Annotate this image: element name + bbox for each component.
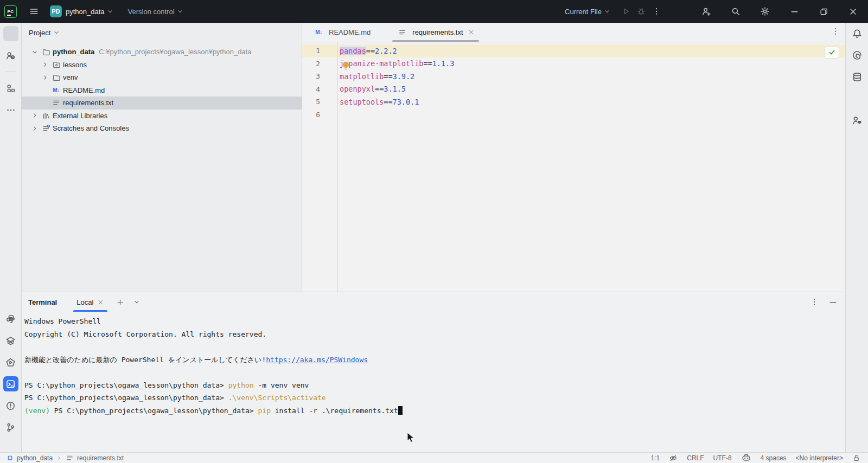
- copilot-chat-tool-button[interactable]: [852, 93, 863, 104]
- settings-button[interactable]: [757, 4, 773, 19]
- vcs-widget[interactable]: Version control: [128, 8, 184, 16]
- close-icon[interactable]: [97, 299, 104, 306]
- project-folder-tool-button[interactable]: [5, 28, 16, 39]
- indent-selector[interactable]: 4 spaces: [761, 454, 787, 462]
- debug-button[interactable]: [634, 4, 649, 19]
- terminal-text: PS C:\python_projects\ogawa_lesson\pytho…: [24, 381, 228, 389]
- terminal-options-button[interactable]: [810, 298, 819, 306]
- close-icon: [848, 7, 858, 16]
- tree-item-label: python_data: [53, 48, 94, 56]
- mouse-cursor: [407, 432, 415, 443]
- tab-label: requirements.txt: [412, 28, 463, 36]
- window-close-button[interactable]: [845, 4, 860, 19]
- folder-icon: [50, 73, 62, 82]
- chevron-right-icon[interactable]: [40, 74, 50, 81]
- tree-row-lessons[interactable]: lessons: [22, 59, 302, 72]
- operator: ==: [384, 98, 392, 106]
- strip-divider: [5, 72, 16, 72]
- project-widget[interactable]: python_data: [66, 8, 105, 16]
- close-icon[interactable]: [468, 29, 475, 36]
- ai-assistant-tool-button[interactable]: [852, 50, 863, 61]
- learn-tool-button[interactable]: ?: [5, 50, 16, 61]
- status-bar: python_data requirements.txt 1:1 CRLF UT…: [0, 452, 868, 463]
- more-tool-button[interactable]: [5, 105, 16, 115]
- caret-position[interactable]: 1:1: [651, 454, 660, 462]
- terminal-line-4: 新機能と改善のために最新の PowerShell をインストールしてください!h…: [24, 353, 845, 366]
- right-tool-strip: [845, 23, 868, 452]
- notifications-tool-button[interactable]: [852, 28, 863, 39]
- code-with-me-icon: [852, 115, 863, 126]
- problems-tool-button[interactable]: [5, 400, 16, 411]
- main-menu-button[interactable]: [26, 4, 41, 19]
- title-bar: PC PD python_data Version control Curren…: [0, 0, 868, 23]
- chevron-down-icon[interactable]: [29, 48, 40, 56]
- intention-bulb-icon[interactable]: [342, 62, 349, 69]
- terminal-title: Terminal: [28, 298, 57, 306]
- package-name: setuptools: [340, 98, 384, 106]
- ai-assistant-icon: [852, 50, 863, 61]
- lock-icon[interactable]: [852, 454, 860, 462]
- code-with-me-button[interactable]: [699, 4, 714, 19]
- editor-tab-requirements-txt[interactable]: requirements.txt: [390, 23, 481, 42]
- services-tool-button[interactable]: [5, 335, 16, 346]
- more-actions-button[interactable]: [649, 4, 664, 19]
- run-configuration-selector[interactable]: Current File: [565, 8, 611, 16]
- terminal-tool-button[interactable]: [5, 378, 16, 389]
- tree-item-label: External Libraries: [53, 112, 107, 120]
- bug-icon: [637, 7, 646, 16]
- copilot-status-icon[interactable]: [741, 453, 751, 463]
- tree-row-external-libraries[interactable]: External Libraries: [22, 110, 302, 123]
- terminal-type-dropdown[interactable]: [133, 298, 141, 306]
- chevron-right-icon[interactable]: [40, 61, 50, 68]
- terminal-output[interactable]: Windows PowerShellCopyright (C) Microsof…: [22, 312, 845, 417]
- tree-row-venv[interactable]: venv: [22, 71, 302, 84]
- tree-row-requirements-txt[interactable]: requirements.txt: [22, 97, 302, 110]
- editor-options-button[interactable]: [831, 27, 840, 36]
- project-badge: PD: [50, 5, 62, 17]
- tree-item-label: venv: [63, 73, 78, 81]
- encoding-selector[interactable]: UTF-8: [713, 454, 732, 462]
- left-strip-bottom-group: [5, 313, 16, 433]
- terminal-icon: [5, 379, 16, 389]
- structure-tool-button[interactable]: [5, 83, 16, 94]
- window-minimize-button[interactable]: [787, 4, 802, 19]
- terminal-text: 新機能と改善のために最新の PowerShell をインストールしてください!: [24, 356, 266, 364]
- window-restore-button[interactable]: [816, 4, 831, 19]
- editor-tab-readme-md[interactable]: M↓README.md: [307, 23, 377, 42]
- code-text: matplotlib==3.9.2: [337, 72, 414, 81]
- services-icon: [5, 336, 16, 346]
- chevron-right-icon[interactable]: [29, 112, 40, 119]
- terminal-link[interactable]: https://aka.ms/PSWindows: [266, 356, 368, 364]
- chevron-right-icon[interactable]: [29, 125, 40, 132]
- breadcrumb-project[interactable]: python_data: [17, 454, 53, 462]
- problems-icon: [5, 401, 16, 411]
- text-file-icon: [66, 454, 74, 462]
- python-packages-tool-button[interactable]: [5, 313, 16, 324]
- code-with-me-tool-button[interactable]: [852, 115, 863, 126]
- tree-row-readme-md[interactable]: M↓README.md: [22, 84, 302, 97]
- hide-terminal-button[interactable]: [828, 298, 838, 307]
- new-terminal-button[interactable]: [116, 298, 124, 306]
- search-everywhere-button[interactable]: [728, 4, 743, 19]
- tree-item-label: README.md: [63, 86, 105, 94]
- inspections-widget[interactable]: [825, 47, 839, 58]
- run-button[interactable]: [618, 4, 634, 19]
- database-tool-button[interactable]: [852, 72, 863, 82]
- run-tool-button[interactable]: [5, 357, 16, 368]
- interpreter-selector[interactable]: <No interpreter>: [796, 454, 843, 462]
- tree-item-path: C:¥python_projects¥ogawa_lesson¥python_d…: [99, 48, 251, 56]
- terminal-tab-local[interactable]: Local: [73, 292, 107, 312]
- editor-content[interactable]: 1pandas==2.2.22japanize-matplotlib==1.1.…: [302, 42, 845, 292]
- version-control-tool-button[interactable]: [5, 422, 16, 433]
- breadcrumb-file[interactable]: requirements.txt: [77, 454, 124, 462]
- line-ending-selector[interactable]: CRLF: [687, 454, 704, 462]
- play-icon: [622, 7, 630, 16]
- terminal-line-7: PS C:\python_projects\ogawa_lesson\pytho…: [24, 391, 845, 404]
- highlighting-off-icon[interactable]: [669, 454, 678, 462]
- project-panel-header[interactable]: Project: [22, 23, 302, 42]
- tree-row-scratches-and-consoles[interactable]: Scratches and Consoles: [22, 122, 302, 135]
- package-name: japanize-matplotlib: [340, 59, 423, 68]
- python-packages-icon: [5, 314, 16, 324]
- tree-row-python-data[interactable]: python_dataC:¥python_projects¥ogawa_less…: [22, 46, 302, 59]
- markdown-icon: M↓: [50, 87, 62, 93]
